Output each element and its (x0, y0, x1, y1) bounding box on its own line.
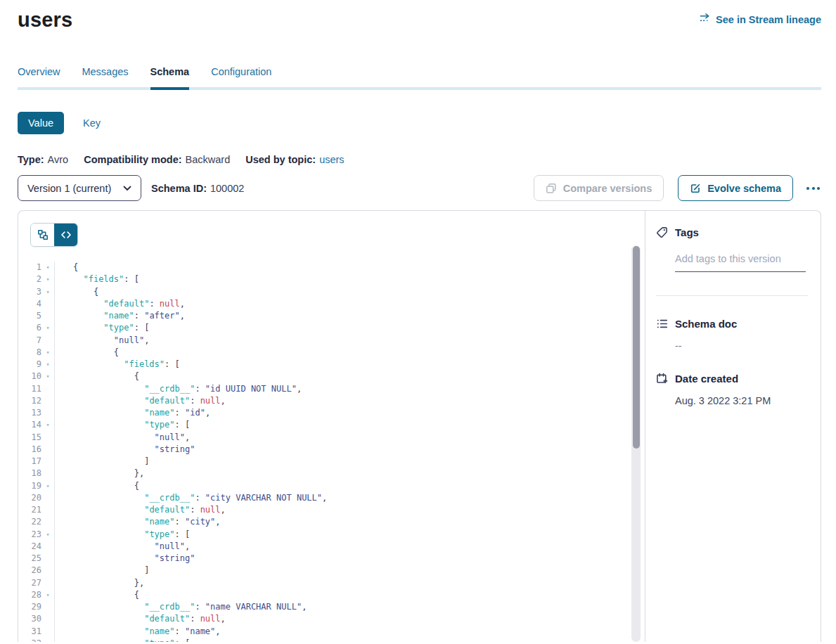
schema-doc-title: Schema doc (675, 318, 737, 330)
code-text: "string" (55, 553, 195, 565)
code-text: "default": null, (55, 298, 185, 310)
type-label: Type: (18, 154, 44, 165)
fold-toggle-icon[interactable]: ▾ (41, 273, 55, 285)
code-line: 18 }, (18, 468, 645, 479)
line-number: 17 (18, 456, 41, 468)
fold-gutter (41, 492, 55, 504)
fold-toggle-icon[interactable]: ▾ (41, 419, 55, 431)
edit-icon (690, 183, 701, 194)
code-view-icon (60, 229, 72, 240)
line-number: 27 (18, 577, 41, 589)
code-line: 22 "name": "city", (18, 516, 645, 528)
code-view-button[interactable] (54, 224, 77, 246)
schema-meta-line: Type:Avro Compatibility mode:Backward Us… (18, 154, 821, 165)
fold-toggle-icon[interactable]: ▾ (41, 589, 55, 601)
fold-toggle-icon[interactable]: ▾ (41, 480, 55, 492)
code-line: 1▾{ (18, 262, 645, 273)
code-text: "string" (55, 444, 195, 456)
code-line: 31 "name": "name", (18, 626, 645, 638)
code-line: 13 "name": "id", (18, 407, 645, 419)
fold-gutter (41, 383, 55, 395)
fold-gutter (41, 504, 55, 516)
line-number: 19 (18, 480, 41, 492)
tab-bar: OverviewMessagesSchemaConfiguration (18, 66, 821, 90)
version-toolbar: Version 1 (current) Schema ID:100002 Com… (18, 175, 821, 201)
line-number: 5 (18, 310, 41, 322)
line-number: 20 (18, 492, 41, 504)
schema-panel: 1▾{2▾ "fields": [3▾ {4 "default": null,5… (18, 210, 821, 642)
code-line: 3▾ { (18, 286, 645, 298)
type-field: Type:Avro (18, 154, 68, 165)
tab-messages[interactable]: Messages (82, 66, 128, 90)
stream-lineage-link[interactable]: See in Stream lineage (699, 13, 821, 26)
line-number: 31 (18, 626, 41, 638)
line-number: 9 (18, 359, 41, 371)
code-text: "__crdb__": "id UUID NOT NULL", (55, 383, 302, 395)
code-line: 26 ] (18, 565, 645, 577)
fold-toggle-icon[interactable]: ▾ (41, 262, 55, 273)
used-by-topic-field: Used by topic:users (245, 154, 344, 165)
code-text: "default": null, (55, 504, 226, 516)
fold-toggle-icon[interactable]: ▾ (41, 638, 55, 642)
fold-toggle-icon[interactable]: ▾ (41, 322, 55, 334)
tab-configuration[interactable]: Configuration (211, 66, 271, 90)
evolve-schema-button[interactable]: Evolve schema (678, 175, 793, 201)
tree-view-button[interactable] (31, 224, 54, 246)
fold-toggle-icon[interactable]: ▾ (41, 286, 55, 298)
fold-gutter (41, 444, 55, 456)
add-tags-input[interactable] (675, 253, 806, 272)
code-line: 7 "null", (18, 335, 645, 347)
stream-lineage-icon (699, 13, 711, 26)
version-select[interactable]: Version 1 (current) (18, 175, 141, 201)
fold-gutter (41, 456, 55, 468)
date-created-value: Aug. 3 2022 3:21 PM (675, 395, 808, 406)
code-text: "default": null, (55, 613, 226, 625)
code-line: 12 "default": null, (18, 395, 645, 407)
code-text: "__crdb__": "city VARCHAR NOT NULL", (55, 492, 327, 504)
tab-overview[interactable]: Overview (18, 66, 60, 90)
fold-gutter (41, 613, 55, 625)
fold-gutter (41, 335, 55, 347)
line-number: 25 (18, 553, 41, 565)
value-tab-button[interactable]: Value (18, 112, 64, 134)
line-number: 28 (18, 589, 41, 601)
calendar-add-icon (656, 373, 668, 385)
date-created-title: Date created (675, 373, 738, 385)
fold-toggle-icon[interactable]: ▾ (41, 347, 55, 359)
schema-editor: 1▾{2▾ "fields": [3▾ {4 "default": null,5… (18, 211, 645, 642)
versions-copy-icon (546, 183, 557, 194)
sidebar-divider (656, 295, 808, 296)
fold-gutter (41, 516, 55, 528)
code-text: ] (55, 456, 149, 468)
code-line: 4 "default": null, (18, 298, 645, 310)
fold-toggle-icon[interactable]: ▾ (41, 359, 55, 371)
compatibility-value: Backward (186, 154, 231, 165)
code-text: { (55, 347, 119, 359)
chevron-down-icon (123, 186, 131, 191)
fold-toggle-icon[interactable]: ▾ (41, 371, 55, 382)
compare-versions-button[interactable]: Compare versions (534, 175, 664, 201)
code-line: 14▾ "type": [ (18, 419, 645, 431)
code-line: 10▾ { (18, 371, 645, 382)
date-created-section-header: Date created (656, 373, 808, 385)
code-text: ] (55, 565, 149, 577)
schema-id-label: Schema ID: (151, 183, 207, 194)
line-number: 24 (18, 541, 41, 553)
code-line: 2▾ "fields": [ (18, 273, 645, 285)
editor-scrollbar-thumb[interactable] (633, 246, 640, 449)
fold-toggle-icon[interactable]: ▾ (41, 529, 55, 541)
line-number: 1 (18, 262, 41, 273)
code-line: 16 "string" (18, 444, 645, 456)
schema-side-panel: Tags Schema doc -- (645, 211, 821, 642)
tab-schema[interactable]: Schema (150, 66, 190, 90)
schema-doc-section-header: Schema doc (656, 318, 808, 330)
editor-scrollbar-track[interactable] (631, 245, 641, 642)
line-number: 26 (18, 565, 41, 577)
topic-link[interactable]: users (319, 154, 344, 165)
key-tab-button[interactable]: Key (83, 117, 101, 129)
more-options-button[interactable] (805, 183, 821, 194)
line-number: 13 (18, 407, 41, 419)
code-text: { (55, 286, 98, 298)
line-number: 6 (18, 322, 41, 334)
line-number: 16 (18, 444, 41, 456)
